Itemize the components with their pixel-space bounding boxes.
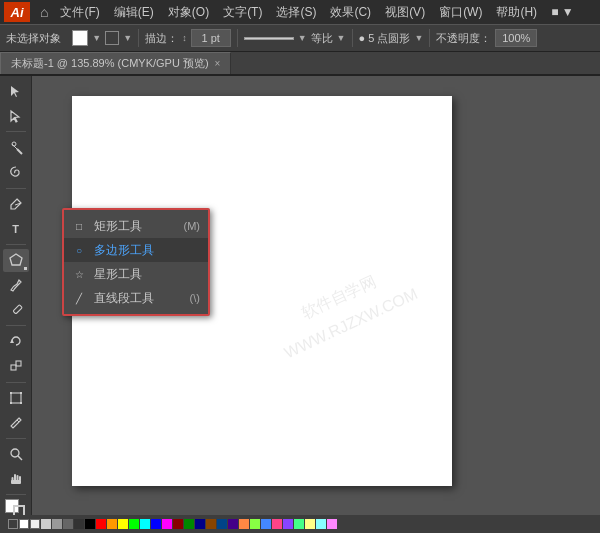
lime-swatch[interactable]	[250, 519, 260, 529]
opacity-input[interactable]	[495, 29, 537, 47]
tool-separator-5	[6, 382, 26, 383]
violet-swatch[interactable]	[283, 519, 293, 529]
dark-blue-swatch[interactable]	[195, 519, 205, 529]
teal-swatch[interactable]	[217, 519, 227, 529]
dash-label: 等比	[311, 31, 333, 46]
blue-swatch[interactable]	[151, 519, 161, 529]
green-swatch[interactable]	[129, 519, 139, 529]
menu-view[interactable]: 视图(V)	[379, 2, 431, 23]
pen-tool-button[interactable]	[3, 193, 29, 216]
star-tool-option[interactable]: ☆ 星形工具	[64, 262, 208, 286]
line-segment-tool-option[interactable]: ╱ 直线段工具 (\)	[64, 286, 208, 310]
svg-point-17	[11, 449, 19, 457]
svg-rect-15	[20, 402, 22, 404]
canvas-area: 软件自学网 WWW.RJZXW.COM □ 矩形工具 (M) ○ 多边形工具 ☆…	[32, 76, 600, 533]
stroke-color-box[interactable]	[105, 31, 119, 45]
stroke-value-input[interactable]	[191, 29, 231, 47]
document-tab[interactable]: 未标题-1 @ 135.89% (CMYK/GPU 预览) ×	[0, 52, 231, 74]
black-swatch[interactable]	[85, 519, 95, 529]
svg-marker-8	[10, 339, 14, 343]
hand-tool-button[interactable]	[3, 468, 29, 491]
menu-text[interactable]: 文字(T)	[217, 2, 268, 23]
type-tool-button[interactable]: T	[3, 217, 29, 240]
menu-window[interactable]: 窗口(W)	[433, 2, 488, 23]
dash-arrow[interactable]: ▼	[337, 33, 346, 43]
tab-close-button[interactable]: ×	[215, 58, 221, 69]
light-swatch[interactable]	[30, 519, 40, 529]
star-tool-label: 星形工具	[94, 266, 142, 283]
cyan-swatch[interactable]	[140, 519, 150, 529]
white-swatch[interactable]	[19, 519, 29, 529]
mid-gray-swatch[interactable]	[52, 519, 62, 529]
dark-gray-swatch[interactable]	[63, 519, 73, 529]
tool-context-menu: □ 矩形工具 (M) ○ 多边形工具 ☆ 星形工具 ╱ 直线段工具 (\)	[62, 208, 210, 316]
rotate-tool-button[interactable]	[3, 330, 29, 353]
line-icon: ╱	[72, 291, 86, 305]
eyedropper-tool-button[interactable]	[3, 411, 29, 434]
menu-object[interactable]: 对象(O)	[162, 2, 215, 23]
dark-red-swatch[interactable]	[173, 519, 183, 529]
light-yellow-swatch[interactable]	[305, 519, 315, 529]
light-cyan-swatch[interactable]	[316, 519, 326, 529]
brown-swatch[interactable]	[206, 519, 216, 529]
salmon-swatch[interactable]	[239, 519, 249, 529]
shape-sub-indicator	[24, 267, 27, 270]
menu-help[interactable]: 帮助(H)	[490, 2, 543, 23]
lasso-tool-button[interactable]	[3, 161, 29, 184]
menu-edit[interactable]: 编辑(E)	[108, 2, 160, 23]
ai-logo-button[interactable]: Ai	[4, 2, 30, 22]
magic-wand-tool-button[interactable]	[3, 136, 29, 159]
tool-separator-7	[6, 494, 26, 495]
rectangle-tool-option[interactable]: □ 矩形工具 (M)	[64, 214, 208, 238]
stroke-style-arrow[interactable]: ▼	[298, 33, 307, 43]
free-transform-tool-button[interactable]	[3, 387, 29, 410]
menu-select[interactable]: 选择(S)	[270, 2, 322, 23]
left-tools-panel: T	[0, 76, 32, 533]
stroke-dropdown-arrow[interactable]: ▼	[123, 33, 132, 43]
gray-swatch[interactable]	[41, 519, 51, 529]
svg-rect-13	[20, 392, 22, 394]
zoom-tool-button[interactable]	[3, 443, 29, 466]
tab-label: 未标题-1 @ 135.89% (CMYK/GPU 预览)	[11, 56, 209, 71]
menu-file[interactable]: 文件(F)	[54, 2, 105, 23]
svg-rect-19	[14, 474, 16, 481]
main-area: T	[0, 76, 600, 533]
selection-tool-button[interactable]	[3, 80, 29, 103]
stroke-option-arrow[interactable]: ↕	[182, 33, 187, 43]
orange-swatch[interactable]	[107, 519, 117, 529]
stroke-label: 描边：	[145, 31, 178, 46]
pencil-tool-button[interactable]	[3, 298, 29, 321]
svg-rect-7	[13, 305, 22, 314]
none-swatch[interactable]	[8, 519, 18, 529]
tab-bar: 未标题-1 @ 135.89% (CMYK/GPU 预览) ×	[0, 52, 600, 76]
rectangle-tool-label: 矩形工具	[94, 218, 142, 235]
yellow-swatch[interactable]	[118, 519, 128, 529]
paintbrush-tool-button[interactable]	[3, 274, 29, 297]
shape-tool-button[interactable]	[3, 249, 29, 272]
menu-effect[interactable]: 效果(C)	[324, 2, 377, 23]
points-label: ● 5 点圆形	[359, 31, 411, 46]
star-icon: ☆	[72, 267, 86, 281]
fill-dropdown-arrow[interactable]: ▼	[92, 33, 101, 43]
darker-swatch[interactable]	[74, 519, 84, 529]
sky-swatch[interactable]	[261, 519, 271, 529]
purple-swatch[interactable]	[228, 519, 238, 529]
scale-tool-button[interactable]	[3, 355, 29, 378]
polygon-tool-option[interactable]: ○ 多边形工具	[64, 238, 208, 262]
home-icon[interactable]: ⌂	[36, 4, 52, 20]
fill-color-box[interactable]	[72, 30, 88, 46]
svg-rect-11	[11, 393, 21, 403]
red-swatch[interactable]	[96, 519, 106, 529]
pink-swatch[interactable]	[272, 519, 282, 529]
rectangle-shortcut: (M)	[184, 220, 201, 232]
toolbar-bar: 未选择对象 ▼ ▼ 描边： ↕ ▼ 等比 ▼ ● 5 点圆形 ▼ 不透明度：	[0, 24, 600, 52]
line-shortcut: (\)	[190, 292, 200, 304]
direct-selection-tool-button[interactable]	[3, 105, 29, 128]
mint-swatch[interactable]	[294, 519, 304, 529]
light-magenta-swatch[interactable]	[327, 519, 337, 529]
points-arrow[interactable]: ▼	[414, 33, 423, 43]
dark-green-swatch[interactable]	[184, 519, 194, 529]
menu-extra[interactable]: ■ ▼	[545, 3, 579, 21]
bottom-color-bar	[0, 515, 600, 533]
magenta-swatch[interactable]	[162, 519, 172, 529]
